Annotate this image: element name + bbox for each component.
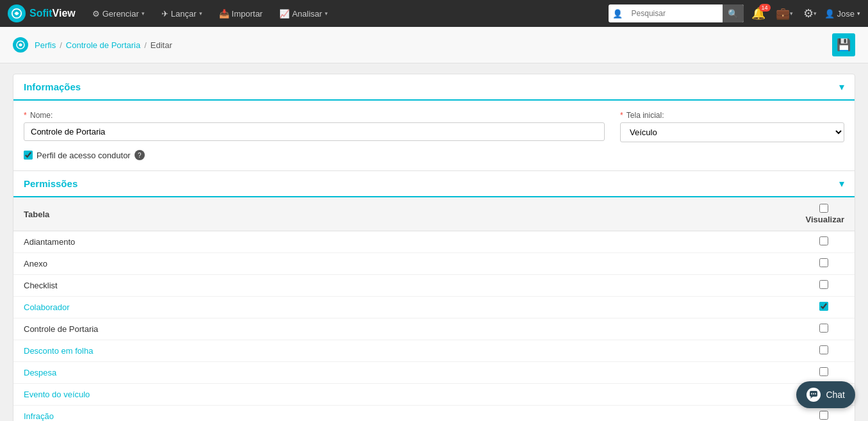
informacoes-title: Informações [24,81,81,92]
user-menu[interactable]: 👤 Jose ▾ [824,9,860,19]
briefcase-icon: 💼 [776,6,790,21]
perm-visualizar-checkbox[interactable] [819,236,828,245]
search-icon: 🔍 [728,9,739,19]
chevron-analisar-icon: ▾ [325,10,328,17]
brand-logo[interactable]: Sofit View [8,4,76,22]
network-button[interactable]: ⚙ ▾ [801,6,819,21]
perm-visualizar-checkbox[interactable] [819,367,828,376]
svg-point-5 [815,393,816,395]
topnav-right: 👤 🔍 🔔 14 💼 ▾ ⚙ ▾ 👤 Jose ▾ [609,4,860,22]
permissions-table: Tabela Visualizar AdiantamentoAnexoCheck… [13,197,855,421]
network-icon: ⚙ [803,6,814,21]
table-row: Colaborador [13,297,855,318]
nome-label: * Nome: [24,111,605,120]
table-header-row: Tabela Visualizar [13,197,855,231]
perm-row-link[interactable]: Evento do veículo [24,390,90,399]
chevron-gerenciar-icon: ▾ [142,10,145,17]
nome-input[interactable] [24,122,605,141]
nav-gerenciar[interactable]: ⚙ Gerenciar ▾ [86,0,151,27]
perm-visualizar-checkbox[interactable] [819,280,828,289]
chevron-informacoes-icon[interactable]: ▾ [839,81,844,93]
permissoes-title: Permissões [24,178,78,189]
gear-nav-icon: ⚙ [92,9,100,19]
chat-button[interactable]: Chat [796,381,855,408]
nav-analisar[interactable]: 📈 Analisar ▾ [273,0,334,27]
help-icon[interactable]: ? [135,150,145,160]
perm-row-name: Checklist [13,275,793,297]
chevron-lancar-icon: ▾ [199,10,202,17]
chevron-permissoes-icon[interactable]: ▾ [839,177,844,190]
perm-row-name: Adiantamento [13,231,793,253]
tela-select[interactable]: Veículo Dashboard Colaborador Adiantamen… [620,122,844,142]
visualizar-all-checkbox[interactable] [819,204,828,213]
table-row: Checklist [13,275,855,297]
perm-visualizar-checkbox[interactable] [819,258,828,267]
analyze-nav-icon: 📈 [279,9,290,19]
form-row-1: * Nome: * Tela inicial: Veículo Dashboar… [24,111,844,142]
perm-visualizar-checkbox[interactable] [819,302,828,311]
perm-row-link[interactable]: Desconto em folha [24,346,93,356]
perfil-acesso-label[interactable]: Perfil de acesso condutor [37,151,131,160]
perm-visualizar-checkbox[interactable] [819,345,828,354]
tela-group: * Tela inicial: Veículo Dashboard Colabo… [620,111,844,142]
table-row: Anexo [13,253,855,275]
search-button[interactable]: 🔍 [723,4,744,22]
table-row: Despesa [13,362,855,384]
logo-icon [8,4,26,22]
chat-label: Chat [826,390,845,400]
nav-importar[interactable]: 📥 Importar [213,0,269,27]
perm-row-link[interactable]: Colaborador [24,302,70,312]
search-input[interactable] [626,4,723,22]
col-visualizar-header: Visualizar [793,197,855,231]
logo-view-text: View [53,8,76,19]
notifications-button[interactable]: 🔔 14 [749,6,768,21]
breadcrumb-sep-2: / [144,40,147,50]
table-row: Desconto em folha [13,340,855,362]
breadcrumb-bar: Perfis / Controle de Portaria / Editar 💾 [0,27,868,63]
perm-row-link[interactable]: Infração [24,411,54,421]
table-row: Adiantamento [13,231,855,253]
search-wrap: 👤 🔍 [609,4,744,22]
nav-lancar[interactable]: ✈ Lançar ▾ [155,0,209,27]
breadcrumb-current: Editar [151,40,172,50]
col-tabela-header: Tabela [13,197,793,231]
perm-row-name: Anexo [13,253,793,275]
save-button[interactable]: 💾 [832,33,855,56]
top-navigation: Sofit View ⚙ Gerenciar ▾ ✈ Lançar ▾ 📥 Im… [0,0,868,27]
breadcrumb-sep-1: / [60,40,62,50]
table-row: Infração [13,406,855,422]
chevron-briefcase-icon: ▾ [790,10,793,17]
main-content: Informações ▾ * Nome: * Tela inicial: [0,63,868,421]
person-search-icon: 👤 [609,9,626,19]
permissoes-section-header: Permissões ▾ [13,170,855,197]
table-row: Evento do veículo [13,384,855,406]
chevron-user-icon: ▾ [857,10,860,17]
breadcrumb-icon [13,37,28,53]
table-row: Controle de Portaria [13,318,855,340]
perm-row-link[interactable]: Despesa [24,368,56,377]
perm-row-name: Controle de Portaria [13,318,793,340]
informacoes-body: * Nome: * Tela inicial: Veículo Dashboar… [13,101,855,170]
user-icon: 👤 [824,9,835,19]
launch-nav-icon: ✈ [161,9,168,19]
perfil-acesso-checkbox[interactable] [24,151,33,160]
perfil-acesso-row: Perfil de acesso condutor ? [24,150,844,160]
nome-required: * [24,111,27,120]
nome-group: * Nome: [24,111,605,142]
form-card: Informações ▾ * Nome: * Tela inicial: [13,74,855,421]
breadcrumb-perfis-link[interactable]: Perfis [35,40,56,50]
perm-visualizar-checkbox[interactable] [819,324,828,333]
perm-visualizar-checkbox[interactable] [819,411,828,420]
user-name: Jose [837,9,855,19]
breadcrumb-controle-link[interactable]: Controle de Portaria [66,40,140,50]
notifications-badge: 14 [759,4,771,12]
import-nav-icon: 📥 [219,9,229,19]
svg-point-3 [811,393,812,395]
logo-sofit-text: Sofit [29,8,53,19]
informacoes-section-header: Informações ▾ [13,74,855,101]
tela-required: * [620,111,623,120]
save-icon: 💾 [837,38,851,52]
svg-point-4 [813,393,814,395]
tela-label: * Tela inicial: [620,111,844,120]
briefcase-button[interactable]: 💼 ▾ [773,6,796,21]
